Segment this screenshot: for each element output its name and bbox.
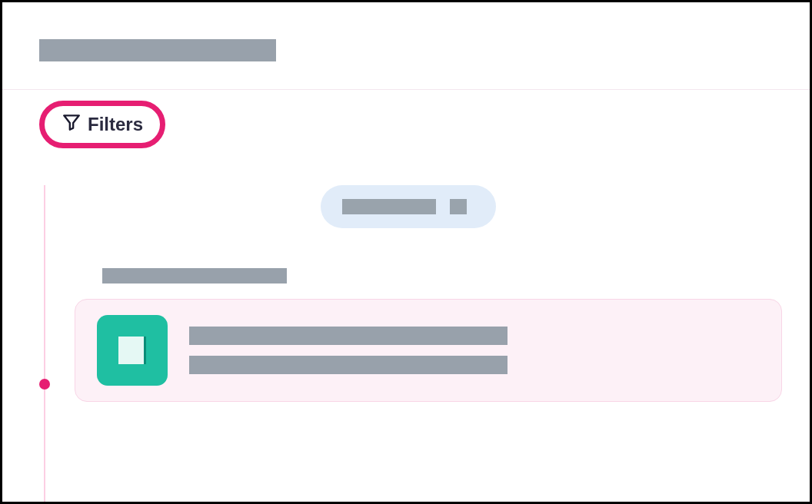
content-area: Filters — [2, 90, 810, 402]
card-subtitle — [189, 356, 508, 374]
date-pill[interactable] — [321, 185, 496, 228]
funnel-icon — [62, 112, 82, 137]
section-title — [102, 268, 287, 284]
date-pill-text — [342, 199, 436, 214]
card-app-icon — [97, 315, 168, 386]
timeline — [44, 185, 773, 402]
page-title — [39, 39, 276, 61]
timeline-card[interactable] — [75, 299, 782, 402]
date-pill-badge — [450, 199, 467, 214]
timeline-dot — [39, 379, 50, 390]
page-header — [2, 2, 810, 90]
timeline-section — [75, 268, 773, 402]
filters-button[interactable]: Filters — [39, 101, 165, 148]
filters-label: Filters — [88, 114, 143, 135]
card-title — [189, 327, 508, 345]
card-content — [189, 327, 508, 374]
stop-icon — [118, 337, 146, 364]
timeline-line — [44, 185, 45, 504]
